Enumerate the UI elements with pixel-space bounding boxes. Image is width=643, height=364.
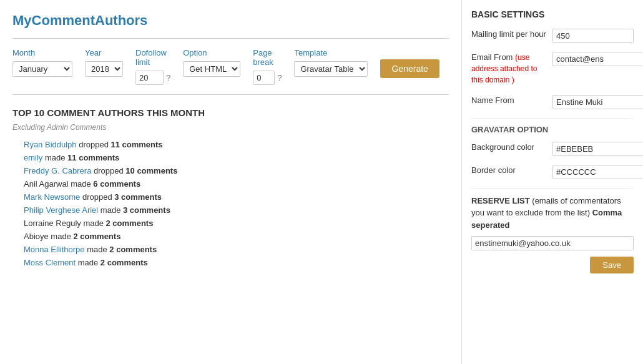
list-item: Freddy G. Cabrera dropped 10 comments [24, 164, 449, 177]
app-title: MyCommentAuthors [12, 12, 449, 29]
separator-2 [471, 188, 634, 189]
option-group: Option Get HTMLGet TextGet CSV [183, 48, 240, 77]
bg-color-input[interactable] [552, 142, 643, 156]
bg-color-row: Background color [471, 142, 634, 156]
comment-count: 2 comments [109, 245, 157, 254]
controls-row: Month JanuaryFebruaryMarch AprilMayJune … [12, 48, 449, 85]
author-link[interactable]: emily [24, 153, 42, 162]
year-group: Year 20162017201820192020 [85, 48, 123, 77]
page-break-input[interactable] [253, 71, 275, 85]
list-item: Philip Verghese Ariel made 3 comments [24, 204, 449, 217]
list-item: Mark Newsome dropped 3 comments [24, 190, 449, 204]
author-link[interactable]: Moss Clement [24, 258, 76, 267]
list-item: Abioye made 2 comments [24, 230, 449, 243]
dofollow-group: Dofollowlimit ? [135, 48, 170, 85]
reserve-input[interactable] [471, 236, 634, 250]
list-item: Ryan Biddulph dropped 11 comments [24, 138, 449, 151]
comment-count: 3 comments [123, 205, 170, 215]
mailing-input[interactable] [552, 29, 634, 43]
gravatar-title: GRAVATAR OPTION [471, 125, 634, 134]
author-link[interactable]: Mark Newsome [24, 192, 80, 202]
email-input[interactable] [552, 52, 643, 66]
author-link[interactable]: Ryan Biddulph [24, 140, 77, 149]
email-label: Email From (use address attached to this… [471, 52, 546, 86]
name-label: Name From [471, 95, 546, 106]
list-item: Moss Clement made 2 comments [24, 256, 449, 269]
mailing-label: Mailing limit per hour [471, 29, 546, 40]
comment-count: 2 comments [101, 258, 148, 267]
email-note: (use address attached to this domain ) [471, 53, 537, 84]
divider [12, 38, 449, 39]
comment-count: 11 comments [111, 140, 163, 149]
comment-count: 11 comments [67, 153, 119, 162]
list-item: Anil Agarwal made 6 comments [24, 177, 449, 190]
comment-count: 2 comments [106, 219, 154, 228]
template-select[interactable]: Gravatar TableSimple ListNumbered List [294, 61, 368, 77]
template-group: Template Gravatar TableSimple ListNumber… [294, 48, 368, 77]
reserve-title: RESERVE LIST [471, 196, 530, 205]
month-group: Month JanuaryFebruaryMarch AprilMayJune … [12, 48, 72, 77]
author-link[interactable]: Philip Verghese Ariel [24, 205, 98, 215]
left-panel: MyCommentAuthors Month JanuaryFebruaryMa… [0, 0, 462, 364]
comment-count: 3 comments [114, 192, 162, 202]
border-color-input[interactable] [552, 165, 643, 179]
month-label: Month [12, 48, 72, 57]
comment-count: 10 comments [125, 166, 177, 175]
year-select[interactable]: 20162017201820192020 [85, 61, 123, 77]
author-name: Lorraine Reguly [24, 219, 81, 228]
author-name: Abioye [24, 232, 49, 241]
save-button[interactable]: Save [590, 257, 634, 273]
author-link[interactable]: Freddy G. Cabrera [24, 166, 91, 175]
excluding-note: Excluding Admin Comments [12, 123, 449, 132]
list-item: Lorraine Reguly made 2 comments [24, 217, 449, 230]
dofollow-hint: ? [166, 73, 170, 82]
dofollow-label: Dofollowlimit [135, 48, 170, 67]
author-link[interactable]: Monna Ellithorpe [24, 245, 85, 254]
month-select[interactable]: JanuaryFebruaryMarch AprilMayJune JulyAu… [12, 61, 72, 77]
right-panel: BASIC SETTINGS Mailing limit per hour Em… [462, 0, 643, 364]
list-item: Monna Ellithorpe made 2 comments [24, 243, 449, 256]
bg-color-label: Background color [471, 142, 546, 153]
settings-title: BASIC SETTINGS [471, 9, 634, 19]
separator [471, 118, 634, 119]
name-input[interactable] [552, 95, 643, 109]
page-break-group: Pagebreak ? [253, 48, 282, 85]
page-break-label: Pagebreak [253, 48, 282, 67]
list-item: emily made 11 comments [24, 151, 449, 164]
mailing-row: Mailing limit per hour [471, 29, 634, 43]
option-label: Option [183, 48, 240, 57]
comment-list: Ryan Biddulph dropped 11 comments emily … [12, 138, 449, 269]
border-color-label: Border color [471, 165, 546, 176]
border-color-row: Border color [471, 165, 634, 179]
save-btn-row: Save [471, 257, 634, 273]
reserve-label: RESERVE LIST (emails of commentators you… [471, 195, 634, 232]
page-break-hint: ? [277, 73, 282, 82]
author-name: Anil Agarwal [24, 179, 69, 189]
name-row: Name From [471, 95, 634, 109]
email-row: Email From (use address attached to this… [471, 52, 634, 86]
comment-count: 6 comments [93, 179, 140, 189]
option-select[interactable]: Get HTMLGet TextGet CSV [183, 61, 240, 77]
comment-count: 2 comments [74, 232, 121, 241]
year-label: Year [85, 48, 123, 57]
section-title: TOP 10 COMMENT AUTHORS THIS MONTH [12, 107, 449, 118]
divider-2 [12, 94, 449, 95]
dofollow-input[interactable] [135, 71, 164, 85]
generate-button[interactable]: Generate [380, 59, 439, 78]
template-label: Template [294, 48, 368, 57]
